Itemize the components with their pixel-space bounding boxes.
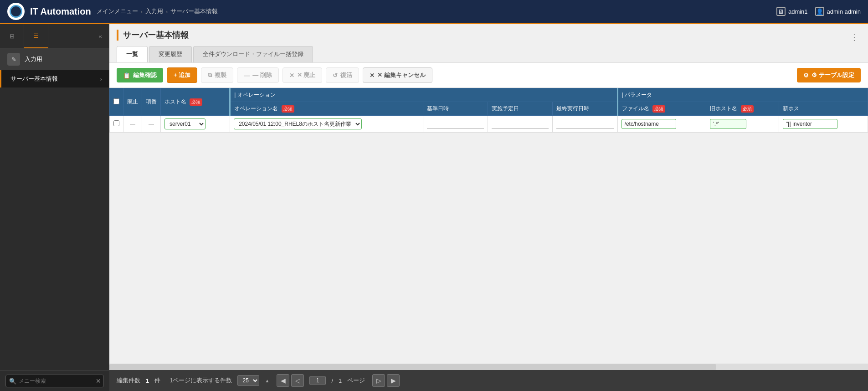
monitor-icon: 🖥	[776, 7, 786, 16]
filename-input[interactable]	[621, 119, 676, 129]
add-button[interactable]: + 追加	[167, 67, 197, 83]
edit-icon: ✎	[11, 56, 16, 63]
th-scheduled-date: 実施予定日	[488, 102, 553, 116]
page-nav: ◀ ◁	[277, 374, 304, 387]
row-discard-value: —	[130, 121, 135, 127]
sidebar-grid-btn[interactable]: ⊞	[0, 24, 24, 48]
copy-label: 複製	[215, 71, 226, 79]
discard-button[interactable]: ✕ ✕ 廃止	[282, 67, 323, 83]
prev-page-btn[interactable]: ◁	[291, 374, 304, 387]
th-operation-name: オペレーション名 必須	[230, 102, 423, 116]
person-icon: 👤	[815, 7, 824, 16]
user2-info[interactable]: 👤 admin admin	[815, 7, 861, 16]
edit-count-label: 編集件数	[117, 376, 140, 385]
row-seq-value: —	[149, 121, 154, 127]
toolbar: 📋 編集確認 + 追加 ⧉ 複製 — ― 削除 ✕ ✕ 廃止 ↺ 復活	[109, 63, 868, 88]
horizontal-scrollbar[interactable]	[109, 364, 868, 370]
breadcrumb-menu[interactable]: メインメニュー	[97, 7, 138, 15]
row-seq-cell: —	[142, 116, 161, 133]
row-checkbox[interactable]	[113, 120, 119, 126]
restore-button[interactable]: ↺ 復活	[326, 67, 359, 83]
data-table: 廃止 項番 ホスト名 必須 | オペレーション |	[109, 88, 868, 133]
app-header: IT Automation メインメニュー › 入力用 › サーバー基本情報 🖥…	[0, 0, 868, 24]
header-right: 🖥 admin1 👤 admin admin	[776, 7, 861, 16]
last-page-btn[interactable]: ▶	[387, 374, 400, 387]
base-date-line	[427, 119, 484, 129]
add-label: + 追加	[174, 71, 190, 79]
next-page-btn[interactable]: ▷	[372, 374, 385, 387]
sidebar: ⊞ ☰ « ✎ 入力用 サーバー基本情報 › 🔍 ✕	[0, 24, 109, 391]
last-exec-line	[556, 119, 613, 129]
row-discard-cell: —	[123, 116, 142, 133]
table-settings-button[interactable]: ⚙ ⚙ テーブル設定	[797, 68, 861, 82]
search-wrap: 🔍 ✕	[5, 375, 104, 387]
discard-label: ✕ 廃止	[297, 71, 316, 79]
sidebar-section-label: 入力用	[25, 55, 42, 63]
main-layout: ⊞ ☰ « ✎ 入力用 サーバー基本情報 › 🔍 ✕	[0, 24, 868, 391]
row-old-hostname-cell	[706, 116, 779, 133]
table-area[interactable]: 廃止 項番 ホスト名 必須 | オペレーション |	[109, 88, 868, 364]
page-label: ページ	[347, 376, 365, 385]
chevron-right-icon: ›	[100, 76, 102, 82]
th-param-group: | パラメータ	[617, 88, 868, 102]
sidebar-search-area: 🔍 ✕	[0, 370, 109, 391]
confirm-edit-button[interactable]: 📋 編集確認	[117, 68, 163, 82]
breadcrumb-input[interactable]: 入力用	[145, 7, 163, 15]
search-input[interactable]	[5, 375, 104, 387]
grid-icon: ⊞	[10, 33, 15, 40]
table-body: — — server01 2024/05/01 12:00_RHEL8のホスト名…	[110, 116, 868, 133]
delete-icon: —	[244, 72, 250, 79]
gear-icon: ⚙	[803, 72, 809, 79]
operation-required-badge: 必須	[282, 105, 294, 113]
edit-count-value: 1	[146, 377, 149, 384]
confirm-edit-icon: 📋	[123, 72, 130, 79]
select-all-checkbox[interactable]	[113, 98, 119, 104]
per-page-select[interactable]: 25	[237, 375, 259, 386]
copy-button[interactable]: ⧉ 複製	[201, 67, 233, 83]
tab-list[interactable]: 一覧	[117, 46, 148, 62]
filename-required-badge: 必須	[652, 105, 665, 113]
row-base-date-cell	[423, 116, 488, 133]
more-options-btn[interactable]: ⋮	[848, 30, 861, 44]
row-last-exec-cell	[553, 116, 617, 133]
row-filename-cell	[617, 116, 706, 133]
th-hostname: ホスト名 必須	[161, 88, 230, 116]
tab-download[interactable]: 全件ダウンロード・ファイルー括登録	[193, 46, 313, 62]
new-hostname-input[interactable]	[783, 119, 837, 129]
th-seq: 項番	[142, 88, 161, 116]
confirm-edit-label: 編集確認	[133, 71, 157, 79]
delete-button[interactable]: — ― 削除	[237, 67, 279, 83]
user1-info[interactable]: 🖥 admin1	[776, 7, 808, 16]
hostname-select[interactable]: server01	[164, 118, 205, 129]
cancel-icon: ✕	[370, 72, 375, 79]
tab-history[interactable]: 変更履歴	[149, 46, 192, 62]
page-title: サーバー基本情報	[117, 30, 189, 41]
list-icon: ☰	[33, 32, 39, 39]
th-last-exec: 最終実行日時	[553, 102, 617, 116]
table-settings-label: ⚙ テーブル設定	[812, 71, 854, 79]
cancel-edit-button[interactable]: ✕ ✕ 編集キャンセル	[363, 67, 432, 83]
sidebar-item-label: サーバー基本情報	[10, 75, 58, 83]
th-operation-group: | オペレーション	[230, 88, 617, 102]
current-page-input[interactable]	[309, 376, 326, 385]
table-row: — — server01 2024/05/01 12:00_RHEL8のホスト名…	[110, 116, 868, 133]
th-new-hostname: 新ホス	[779, 102, 868, 116]
sidebar-collapse-btn[interactable]: «	[91, 24, 109, 48]
sidebar-list-btn[interactable]: ☰	[24, 24, 48, 48]
sidebar-top: ⊞ ☰ «	[0, 24, 109, 48]
app-logo	[7, 3, 25, 20]
old-hostname-input[interactable]	[710, 119, 746, 129]
sidebar-section-header: ✎ 入力用	[0, 48, 109, 70]
breadcrumb-sep2: ›	[166, 8, 168, 15]
page-nav-next: ▷ ▶	[372, 374, 400, 387]
breadcrumb-sep1: ›	[141, 8, 143, 15]
delete-label: ― 削除	[252, 71, 272, 79]
search-clear-icon[interactable]: ✕	[96, 377, 101, 385]
row-new-hostname-cell	[779, 116, 868, 133]
row-checkbox-cell	[110, 116, 123, 133]
operation-select[interactable]: 2024/05/01 12:00_RHEL8のホスト名更新作業	[234, 118, 362, 129]
first-page-btn[interactable]: ◀	[277, 374, 289, 387]
cancel-label: ✕ 編集キャンセル	[377, 71, 426, 79]
hostname-required-badge: 必須	[190, 98, 202, 106]
sidebar-item-server-basic-info[interactable]: サーバー基本情報 ›	[0, 70, 109, 87]
